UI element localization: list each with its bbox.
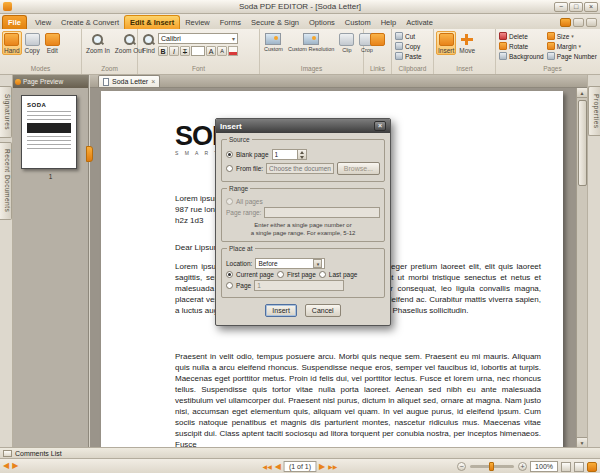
copy-button[interactable]: Copy [394, 41, 421, 51]
next-page-icon[interactable]: ▶ [319, 462, 325, 472]
previous-view-icon[interactable]: ◀ [3, 461, 9, 471]
cancel-button[interactable]: Cancel [305, 304, 341, 317]
copy-mode-button[interactable]: Copy [23, 31, 42, 55]
print-icon[interactable] [560, 18, 571, 27]
page-size-button[interactable]: Size ▾ [546, 31, 598, 41]
page-range-input[interactable] [264, 207, 380, 218]
from-file-radio[interactable] [226, 165, 233, 172]
edit-mode-button[interactable]: Edit [43, 31, 62, 55]
insert-dialog-title-bar[interactable]: Insert × [216, 119, 390, 133]
custom-image-button[interactable]: Custom [262, 31, 285, 53]
sidebar-tab-properties[interactable]: Properties [588, 86, 600, 136]
tab-activate[interactable]: Activate [401, 16, 438, 29]
page-preview-header[interactable]: Page Preview [13, 75, 88, 88]
paste-button[interactable]: Paste [394, 51, 423, 61]
first-page-radio[interactable] [277, 271, 284, 278]
settings-icon[interactable] [573, 18, 584, 27]
shrink-font-button[interactable]: A [217, 46, 227, 56]
move-pages-button[interactable]: Move [457, 31, 477, 55]
last-page-icon[interactable]: ▶▶ [328, 462, 337, 472]
page-indicator[interactable]: (1 of 1) [284, 461, 316, 472]
tab-options[interactable]: Options [304, 16, 340, 29]
page-number-button[interactable]: Page Number [546, 51, 598, 61]
location-select[interactable]: Before ▾ [255, 258, 325, 269]
zoom-in-button[interactable]: Zoom In [84, 31, 112, 55]
tab-custom[interactable]: Custom [340, 16, 376, 29]
zoom-slider[interactable] [470, 465, 514, 468]
first-page-icon[interactable]: ◀◀ [263, 462, 272, 472]
zoom-out-icon[interactable]: − [457, 462, 466, 471]
background-button[interactable]: Background [498, 51, 545, 61]
link-button[interactable] [368, 31, 387, 47]
custom-resolution-button[interactable]: Custom Resolution [286, 31, 336, 53]
tab-help[interactable]: Help [376, 16, 401, 29]
find-button[interactable]: Find [140, 31, 157, 55]
font-family-select[interactable]: Calibri ▾ [158, 33, 238, 44]
page-number-input[interactable] [254, 280, 344, 291]
tab-secure-sign[interactable]: Secure & Sign [246, 16, 304, 29]
zoom-slider-thumb[interactable] [489, 462, 494, 471]
all-pages-radio[interactable] [226, 198, 233, 205]
view-mode-icon[interactable] [587, 462, 597, 472]
sidebar-tab-signatures[interactable]: Signatures [0, 86, 12, 138]
tab-review[interactable]: Review [180, 16, 215, 29]
maximize-button[interactable]: □ [569, 2, 583, 12]
rotate-page-button[interactable]: Rotate [498, 41, 545, 51]
find-label: Find [142, 47, 155, 54]
previous-page-icon[interactable]: ◀ [275, 462, 281, 472]
panel-collapse-handle[interactable] [86, 146, 93, 162]
tab-edit-insert[interactable]: Edit & Insert [124, 15, 180, 29]
font-color-button[interactable] [228, 46, 238, 56]
delete-page-button[interactable]: Delete [498, 31, 545, 41]
insert-confirm-button[interactable]: Insert [265, 304, 297, 317]
source-groupbox: Source Blank page From file: Browse... [221, 139, 385, 182]
grow-font-button[interactable]: A [206, 46, 216, 56]
fit-width-icon[interactable] [561, 462, 571, 472]
cut-button[interactable]: Cut [394, 31, 416, 41]
page-range-label: Page range: [226, 209, 261, 216]
minimize-button[interactable]: − [554, 2, 568, 12]
current-page-radio[interactable] [226, 271, 233, 278]
clip-button[interactable]: Clip [337, 31, 356, 54]
next-view-icon[interactable]: ▶ [12, 461, 18, 471]
hand-tool-button[interactable]: Hand [2, 31, 22, 55]
tab-view[interactable]: View [30, 16, 56, 29]
document-tab[interactable]: Soda Letter × [98, 75, 160, 87]
bold-button[interactable]: B [158, 46, 168, 56]
fit-page-icon[interactable] [574, 462, 584, 472]
quick-access-toolbar [560, 18, 600, 29]
zoom-in-icon[interactable]: + [518, 462, 527, 471]
spinner-down-icon[interactable] [298, 155, 306, 160]
scrollbar-thumb[interactable] [578, 100, 587, 186]
blank-page-spinner[interactable] [298, 149, 307, 160]
blank-page-count-input[interactable] [272, 149, 298, 160]
page-margin-button[interactable]: Margin ▾ [546, 41, 598, 51]
tab-create-convert[interactable]: Create & Convert [56, 16, 124, 29]
page-radio[interactable] [226, 282, 233, 289]
vertical-scrollbar[interactable]: ▲ ▼ [576, 88, 587, 447]
minimize-ribbon-icon[interactable] [586, 18, 597, 27]
last-page-radio[interactable] [319, 271, 326, 278]
browse-button[interactable]: Browse... [337, 162, 380, 175]
comments-list-bar[interactable]: Comments List [0, 447, 600, 458]
document-tab-close-icon[interactable]: × [151, 78, 155, 85]
tab-forms[interactable]: Forms [215, 16, 246, 29]
close-button[interactable]: × [584, 2, 598, 12]
font-size-input[interactable] [191, 46, 205, 56]
tab-file[interactable]: File [2, 15, 27, 29]
modes-items: Hand Copy Edit [2, 31, 79, 64]
document-tab-label: Soda Letter [112, 78, 148, 85]
ribbon-group-zoom: Zoom In Zoom Out Zoom [82, 29, 138, 74]
zoom-level-value[interactable]: 100% [530, 461, 558, 472]
scroll-up-icon[interactable]: ▲ [577, 88, 588, 98]
italic-button[interactable]: I [169, 46, 179, 56]
scroll-down-icon[interactable]: ▼ [577, 437, 588, 447]
blank-page-radio[interactable] [226, 151, 233, 158]
file-path-input[interactable] [266, 163, 334, 174]
page-thumbnail[interactable]: SODA [21, 95, 77, 169]
insert-pages-button[interactable]: Insert [436, 31, 456, 55]
strikethrough-button[interactable]: T [180, 46, 190, 56]
clip-icon [339, 33, 354, 46]
dialog-close-icon[interactable]: × [374, 121, 386, 131]
sidebar-tab-recent-documents[interactable]: Recent Documents [0, 142, 12, 220]
